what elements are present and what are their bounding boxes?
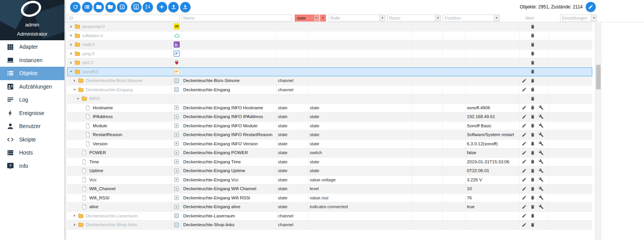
expand-all-button[interactable] <box>105 2 116 12</box>
collapse-icon[interactable] <box>69 69 74 74</box>
expand-icon[interactable] <box>72 213 77 218</box>
edit-button[interactable] <box>521 122 527 129</box>
expand-icon[interactable] <box>72 78 77 83</box>
sidebar-item-log[interactable]: Log <box>0 93 64 107</box>
filter-funktion-select[interactable]: Funktion <box>443 15 499 21</box>
edit-button[interactable] <box>521 113 527 120</box>
delete-button[interactable] <box>529 77 536 84</box>
config-button[interactable] <box>537 194 544 201</box>
config-button[interactable] <box>537 113 544 120</box>
collapse-icon[interactable] <box>76 96 81 101</box>
edit-button[interactable] <box>521 194 527 201</box>
upload-button[interactable] <box>168 2 179 12</box>
object-row[interactable]: HostnameDeckenleuchte-Eingang INFO Hostn… <box>67 104 592 113</box>
collapse-all-button[interactable] <box>94 2 104 12</box>
config-button[interactable] <box>537 122 544 129</box>
config-button[interactable] <box>537 203 544 210</box>
sidebar-item-benutzer[interactable]: Benutzer <box>0 120 64 133</box>
object-row[interactable]: luftdaten.0 <box>67 31 592 41</box>
edit-mode-button[interactable] <box>586 2 596 12</box>
config-button[interactable] <box>537 104 544 111</box>
delete-button[interactable] <box>529 68 536 75</box>
delete-button[interactable] <box>529 140 536 147</box>
expand-one-level-button[interactable]: 1 <box>117 2 127 12</box>
collapse-icon[interactable] <box>72 87 77 92</box>
filter-rolle-select[interactable]: Rolle <box>329 15 385 21</box>
edit-button[interactable] <box>521 185 527 192</box>
edit-button[interactable] <box>521 86 527 93</box>
delete-button[interactable] <box>529 194 536 201</box>
delete-button[interactable] <box>529 158 536 165</box>
config-button[interactable] <box>537 158 544 165</box>
object-row[interactable]: POWERDeckenleuchte-Eingang POWERstateswi… <box>67 148 592 158</box>
add-object-button[interactable] <box>157 2 167 12</box>
edit-button[interactable] <box>521 167 527 174</box>
delete-button[interactable] <box>529 212 536 219</box>
delete-button[interactable] <box>529 23 536 30</box>
edit-enums-button[interactable] <box>131 2 141 12</box>
object-row[interactable]: RestartReasonDeckenleuchte-Eingang INFO … <box>67 130 592 140</box>
edit-button[interactable] <box>521 140 527 147</box>
object-row[interactable]: ModuleDeckenleuchte-Eingang INFO Modules… <box>67 122 592 131</box>
filter-id-input[interactable] <box>67 15 180 21</box>
delete-button[interactable] <box>529 131 536 138</box>
config-button[interactable] <box>537 176 544 183</box>
object-row[interactable]: VccDeckenleuchte-Eingang Vccstatevalue.v… <box>67 176 592 185</box>
delete-button[interactable] <box>529 221 536 228</box>
delete-button[interactable] <box>529 32 536 39</box>
expand-icon[interactable] <box>69 51 74 56</box>
delete-button[interactable] <box>529 113 536 120</box>
scrollbar-thumb[interactable] <box>596 65 601 89</box>
sidebar-item-instanzen[interactable]: Instanzen <box>0 54 64 67</box>
edit-button[interactable] <box>521 176 527 183</box>
sort-button[interactable]: AZ <box>143 2 153 12</box>
config-button[interactable] <box>537 131 544 138</box>
edit-button[interactable] <box>521 221 527 228</box>
object-row[interactable]: Wifi_ChannelDeckenleuchte-Eingang Wifi C… <box>67 184 592 194</box>
delete-button[interactable] <box>529 41 536 48</box>
filter-type-select[interactable]: state <box>295 15 319 21</box>
object-row[interactable]: IPAddressDeckenleuchte-Eingang INFO IPAd… <box>67 112 592 122</box>
config-button[interactable] <box>537 167 544 174</box>
object-row[interactable]: sonoff.0 <box>67 67 592 77</box>
sidebar-item-aufzaehlungen[interactable]: Aufzählungen <box>0 80 64 94</box>
sidebar-item-objekte[interactable]: Objekte <box>0 67 64 80</box>
edit-button[interactable] <box>521 77 527 84</box>
delete-button[interactable] <box>529 86 536 93</box>
refresh-button[interactable] <box>70 2 80 12</box>
edit-button[interactable] <box>521 149 527 156</box>
edit-button[interactable] <box>521 104 527 111</box>
object-row[interactable]: UptimeDeckenleuchte-Eingang Uptimestates… <box>67 166 592 176</box>
delete-button[interactable] <box>529 185 536 192</box>
object-row[interactable]: Wifi_RSSIDeckenleuchte-Eingang Wifi RSSI… <box>67 194 592 203</box>
config-button[interactable] <box>537 140 544 147</box>
expand-icon[interactable] <box>69 33 74 38</box>
delete-button[interactable] <box>529 176 536 183</box>
edit-button[interactable] <box>521 158 527 165</box>
list-view-button[interactable] <box>82 2 92 12</box>
sidebar-item-ereignisse[interactable]: Ereignisse <box>0 107 64 120</box>
delete-button[interactable] <box>529 149 536 156</box>
filter-type-clear-button[interactable] <box>320 15 326 21</box>
object-row[interactable]: Deckenleuchte-LaserraumDeckenleuchte-Las… <box>67 212 592 221</box>
object-row[interactable]: TimeDeckenleuchte-Eingang Timestatestate… <box>67 158 592 167</box>
sidebar-item-adapter[interactable]: Adapter <box>0 40 64 54</box>
delete-button[interactable] <box>529 122 536 129</box>
object-row[interactable]: ping.0P <box>67 49 592 59</box>
expand-icon[interactable] <box>69 24 74 29</box>
edit-button[interactable] <box>521 203 527 210</box>
object-row[interactable]: Deckenleuchte-Shop-linksDeckenleuchte-Sh… <box>67 220 592 230</box>
config-button[interactable] <box>537 185 544 192</box>
delete-button[interactable] <box>529 50 536 57</box>
object-row[interactable]: Deckenleuchte-EingangDeckenleuchte-Einga… <box>67 85 592 95</box>
object-row[interactable]: javascript.0JS <box>67 22 592 31</box>
config-button[interactable] <box>537 149 544 156</box>
object-row[interactable]: mqtt.0 <box>67 40 592 49</box>
filter-einstellungen-select[interactable]: Einstellungen <box>560 15 597 21</box>
object-row[interactable]: Deckenleuchte-Büro-SimoneDeckenleuchte-B… <box>67 76 592 85</box>
delete-button[interactable] <box>529 104 536 111</box>
edit-button[interactable] <box>521 131 527 138</box>
edit-button[interactable] <box>521 212 527 219</box>
delete-button[interactable] <box>529 95 536 102</box>
expand-icon[interactable] <box>69 60 74 65</box>
